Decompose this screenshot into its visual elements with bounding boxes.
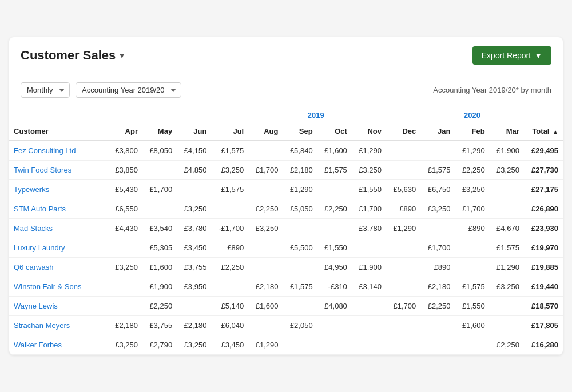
cell-jun: £3,250 [177,199,211,219]
customer-name-cell[interactable]: Wayne Lewis [9,297,108,316]
cell-may [142,199,177,219]
cell-may: £3,540 [142,219,177,238]
cell-feb: £2,250 [455,161,489,180]
cell-dec [386,238,420,258]
cell-jun: £3,450 [177,238,211,258]
cell-jan: £6,750 [420,180,455,199]
cell-mar: £1,290 [490,258,524,277]
table-row: Twin Food Stores£3,850£4,850£3,250£1,700… [9,161,563,180]
cell-dec [386,316,420,335]
cell-jul [211,199,248,219]
cell-jun: £2,180 [177,316,211,335]
cell-aug: £1,700 [248,161,283,180]
cell-feb: £1,600 [455,316,489,335]
cell-mar: £1,900 [490,141,524,161]
cell-oct: £1,550 [317,238,352,258]
col-header-apr: Apr [108,122,142,141]
cell-nov: £3,780 [352,219,386,238]
cell-feb: £1,550 [455,297,489,316]
cell-oct: £1,600 [317,141,352,161]
cell-may: £5,305 [142,238,177,258]
cell-feb: £1,575 [455,277,489,297]
cell-jun: £3,755 [177,258,211,277]
cell-may: £2,790 [142,335,177,355]
cell-dec [386,277,420,297]
col-header-sep: Sep [283,122,317,141]
cell-sep: £5,840 [283,141,317,161]
col-header-jul: Jul [211,122,248,141]
cell-jul: £890 [211,238,248,258]
year-2020-label: 2020 [420,106,524,122]
customer-name-cell[interactable]: STM Auto Parts [9,199,108,219]
cell-may: £1,700 [142,180,177,199]
table-body: Fez Consulting Ltd£3,800£8,050£4,150£1,5… [9,141,563,355]
cell-jun [177,297,211,316]
title-chevron[interactable]: ▼ [118,51,126,60]
cell-apr: £3,850 [108,161,142,180]
cell-sep: £5,050 [283,199,317,219]
cell-aug [248,316,283,335]
period-select[interactable]: Monthly [21,82,70,98]
cell-apr: £3,250 [108,335,142,355]
col-header-feb: Feb [455,122,489,141]
cell-oct [317,180,352,199]
page-title: Customer Sales ▼ [21,48,126,63]
cell-oct [317,219,352,238]
customer-name-cell[interactable]: Fez Consulting Ltd [9,141,108,161]
cell-may: £2,250 [142,297,177,316]
cell-jan [420,141,455,161]
customer-name-cell[interactable]: Winston Fair & Sons [9,277,108,297]
cell-feb: £890 [455,219,489,238]
year-header-row: 2019 2020 [9,106,563,122]
cell-aug: £3,250 [248,219,283,238]
cell-total: £18,570 [524,297,563,316]
cell-apr: £3,250 [108,258,142,277]
cell-mar: £4,670 [490,219,524,238]
year-select[interactable]: Accounting Year 2019/20 [76,82,181,98]
cell-jul: £1,575 [211,180,248,199]
cell-mar: £3,250 [490,161,524,180]
cell-may: £3,755 [142,316,177,335]
cell-jul: £5,140 [211,297,248,316]
cell-mar [490,316,524,335]
cell-apr: £2,180 [108,316,142,335]
export-report-button[interactable]: Export Report ▼ [472,46,551,65]
cell-feb [455,335,489,355]
cell-may: £1,900 [142,277,177,297]
cell-oct: £4,080 [317,297,352,316]
cell-jan [420,335,455,355]
customer-name-cell[interactable]: Luxury Laundry [9,238,108,258]
cell-sep: £2,180 [283,161,317,180]
cell-jun: £4,150 [177,141,211,161]
cell-sep [283,335,317,355]
cell-mar: £2,250 [490,335,524,355]
cell-jan: £1,575 [420,161,455,180]
page-header: Customer Sales ▼ Export Report ▼ [9,37,563,74]
cell-dec [386,161,420,180]
cell-jun [177,180,211,199]
cell-jan: £1,700 [420,238,455,258]
customer-name-cell[interactable]: Strachan Meyers [9,316,108,335]
cell-jun: £3,950 [177,277,211,297]
cell-total: £19,885 [524,258,563,277]
cell-total: £26,890 [524,199,563,219]
cell-jun: £3,780 [177,219,211,238]
customer-name-cell[interactable]: Q6 carwash [9,258,108,277]
col-header-oct: Oct [317,122,352,141]
cell-jul: £3,250 [211,161,248,180]
customer-name-cell[interactable]: Walker Forbes [9,335,108,355]
table-row: Walker Forbes£3,250£2,790£3,250£3,450£1,… [9,335,563,355]
cell-nov: £1,290 [352,141,386,161]
cell-jan [420,219,455,238]
col-header-total[interactable]: Total ▲ [524,122,563,141]
cell-feb [455,238,489,258]
customer-name-cell[interactable]: Twin Food Stores [9,161,108,180]
customer-name-cell[interactable]: Typewerks [9,180,108,199]
cell-jan: £2,250 [420,297,455,316]
cell-aug: £2,250 [248,199,283,219]
cell-oct: £1,575 [317,161,352,180]
cell-dec [386,141,420,161]
customer-name-cell[interactable]: Mad Stacks [9,219,108,238]
cell-may: £1,600 [142,258,177,277]
cell-sep: £1,575 [283,277,317,297]
